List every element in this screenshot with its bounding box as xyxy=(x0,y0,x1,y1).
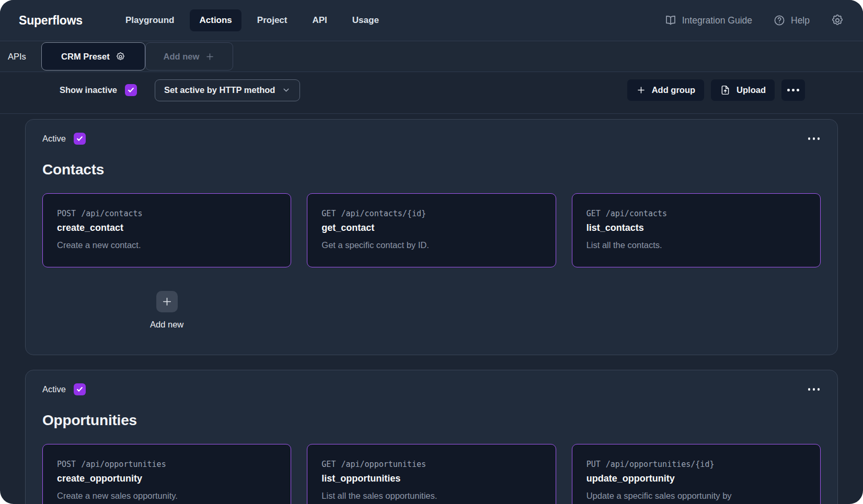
set-active-by-method-dropdown[interactable]: Set active by HTTP method xyxy=(155,79,300,101)
question-circle-icon xyxy=(773,14,786,27)
http-method: POST xyxy=(57,460,76,469)
nav-tab-project[interactable]: Project xyxy=(248,9,297,31)
superflows-app-window: Superflows Playground Actions Project AP… xyxy=(0,0,863,504)
dropdown-value: Set active by HTTP method xyxy=(164,85,275,95)
nav-tab-actions[interactable]: Actions xyxy=(190,9,241,31)
http-path: /api/opportunities/{id} xyxy=(606,460,715,469)
nav-tab-usage[interactable]: Usage xyxy=(343,9,388,31)
api-tabs-bar: APIs CRM Preset Add new xyxy=(0,41,863,72)
group-active-toggle: Active xyxy=(42,383,86,395)
ellipsis-icon xyxy=(787,89,799,91)
action-description: Create a new contact. xyxy=(57,240,277,250)
group-more-button[interactable] xyxy=(807,134,821,143)
action-description: List all the sales opportunities. xyxy=(321,491,541,501)
top-navbar: Superflows Playground Actions Project AP… xyxy=(0,0,863,41)
integration-guide-label: Integration Guide xyxy=(682,15,752,26)
plus-icon xyxy=(636,85,646,95)
help-link[interactable]: Help xyxy=(773,14,810,27)
http-path: /api/contacts xyxy=(606,209,667,218)
action-name: list_contacts xyxy=(586,222,806,233)
action-card-create-contact[interactable]: POST /api/contacts create_contact Create… xyxy=(42,193,291,267)
add-new-tab-label: Add new xyxy=(163,52,199,62)
api-tab-crm-preset[interactable]: CRM Preset xyxy=(41,42,145,71)
group-header: Active xyxy=(42,383,821,395)
action-description: Update a specific sales opportunity by xyxy=(586,491,806,501)
http-path: /api/opportunities xyxy=(341,460,426,469)
action-group-contacts: Active Contacts POST xyxy=(25,119,838,355)
group-header: Active xyxy=(42,133,821,145)
group-more-button[interactable] xyxy=(807,385,821,394)
http-path: /api/contacts/{id} xyxy=(341,209,426,218)
show-inactive-checkbox[interactable] xyxy=(125,84,137,96)
action-card-get-contact[interactable]: GET /api/contacts/{id} get_contact Get a… xyxy=(307,193,556,267)
action-card-list-contacts[interactable]: GET /api/contacts list_contacts List all… xyxy=(572,193,821,267)
add-group-label: Add group xyxy=(652,85,695,95)
api-tab-label: CRM Preset xyxy=(61,52,110,62)
action-name: list_opportunities xyxy=(321,473,541,484)
brand-logo: Superflows xyxy=(19,14,83,28)
action-name: update_opportunity xyxy=(586,473,806,484)
gear-icon xyxy=(831,14,844,27)
group-title: Opportunities xyxy=(42,412,821,429)
group-active-checkbox[interactable] xyxy=(74,133,86,145)
settings-button[interactable] xyxy=(831,14,844,27)
group-active-toggle: Active xyxy=(42,133,86,145)
plus-icon xyxy=(205,52,215,62)
active-label: Active xyxy=(42,384,66,394)
toolbar-right-buttons: Add group Upload xyxy=(627,79,805,101)
check-icon xyxy=(76,135,84,143)
action-name: create_opportunity xyxy=(57,473,277,484)
ellipsis-icon xyxy=(808,388,820,391)
more-options-button[interactable] xyxy=(781,79,805,101)
show-inactive-toggle: Show inactive xyxy=(60,84,137,96)
show-inactive-label: Show inactive xyxy=(60,85,117,95)
add-new-row: Add new xyxy=(42,291,821,330)
action-group-opportunities: Active Opportunities xyxy=(25,370,838,504)
http-method: GET xyxy=(586,209,601,218)
group-title: Contacts xyxy=(42,161,821,178)
primary-nav: Playground Actions Project API Usage xyxy=(116,9,388,31)
action-method-path: GET /api/contacts xyxy=(586,209,806,218)
ellipsis-icon xyxy=(808,137,820,140)
action-method-path: GET /api/contacts/{id} xyxy=(321,209,541,218)
api-tab-add-new[interactable]: Add new xyxy=(145,42,233,71)
book-open-icon xyxy=(664,14,677,27)
http-method: PUT xyxy=(586,460,601,469)
plus-icon[interactable] xyxy=(156,291,178,312)
gear-icon[interactable] xyxy=(116,52,125,62)
action-name: create_contact xyxy=(57,222,277,233)
check-icon xyxy=(76,385,84,393)
action-method-path: POST /api/contacts xyxy=(57,209,277,218)
upload-label: Upload xyxy=(737,85,766,95)
http-method: GET xyxy=(321,209,336,218)
add-group-button[interactable]: Add group xyxy=(627,79,704,101)
action-card-create-opportunity[interactable]: POST /api/opportunities create_opportuni… xyxy=(42,444,291,504)
apis-section-label: APIs xyxy=(8,41,26,72)
action-groups-list: Active Contacts POST xyxy=(0,114,863,504)
action-description: List all the contacts. xyxy=(586,240,806,250)
nav-tab-playground[interactable]: Playground xyxy=(116,9,184,31)
http-path: /api/opportunities xyxy=(81,460,166,469)
action-method-path: POST /api/opportunities xyxy=(57,460,277,469)
http-method: GET xyxy=(321,460,336,469)
action-name: get_contact xyxy=(321,222,541,233)
action-description: Get a specific contact by ID. xyxy=(321,240,541,250)
actions-toolbar: Show inactive Set active by HTTP method xyxy=(0,72,863,114)
check-icon xyxy=(127,86,135,94)
group-active-checkbox[interactable] xyxy=(74,383,86,395)
add-new-label: Add new xyxy=(150,320,183,330)
action-description: Create a new sales opportunity. xyxy=(57,491,277,501)
action-card-update-opportunity[interactable]: PUT /api/opportunities/{id} update_oppor… xyxy=(572,444,821,504)
nav-tab-api[interactable]: API xyxy=(303,9,336,31)
document-upload-icon xyxy=(720,85,731,96)
action-card-list-opportunities[interactable]: GET /api/opportunities list_opportunitie… xyxy=(307,444,556,504)
add-new-action-button[interactable]: Add new xyxy=(42,291,291,330)
active-label: Active xyxy=(42,134,66,144)
actions-grid: POST /api/opportunities create_opportuni… xyxy=(42,444,821,504)
http-path: /api/contacts xyxy=(81,209,142,218)
navbar-utilities: Integration Guide Help xyxy=(664,14,844,27)
help-label: Help xyxy=(791,15,810,26)
chevron-down-icon xyxy=(282,86,291,95)
upload-button[interactable]: Upload xyxy=(711,79,775,101)
integration-guide-link[interactable]: Integration Guide xyxy=(664,14,752,27)
